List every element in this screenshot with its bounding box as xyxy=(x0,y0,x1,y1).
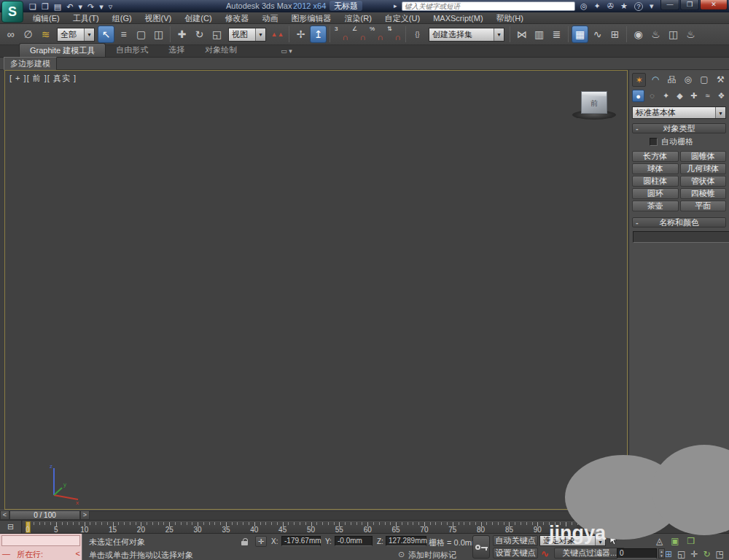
material-editor-icon[interactable]: ◉ xyxy=(630,26,647,43)
edit-named-selections-icon[interactable]: {} xyxy=(409,26,426,43)
display-tab-icon[interactable]: ▢ xyxy=(697,73,711,87)
lights-category-icon[interactable]: ✦ xyxy=(660,90,672,102)
front-viewport[interactable]: [ + ][ 前 ][ 真实 ] 前 z y x xyxy=(4,70,628,510)
named-selection-set-dropdown[interactable]: 创建选择集▾ xyxy=(429,28,504,42)
render-setup-icon[interactable]: ♨ xyxy=(647,26,664,43)
coord-z-field[interactable]: 127.289mm xyxy=(386,536,426,546)
auto-key-button[interactable]: 自动关键点 xyxy=(493,535,538,546)
select-and-rotate-icon[interactable]: ↻ xyxy=(191,26,208,43)
spinner-snap-icon[interactable]: ∩⇅ xyxy=(386,26,402,43)
helpers-category-icon[interactable]: ✚ xyxy=(687,90,700,102)
menu-item[interactable]: 渲染(R) xyxy=(338,13,378,24)
menu-item[interactable]: 图形编辑器 xyxy=(285,13,338,24)
key-filters-button[interactable]: 关键点过滤器... xyxy=(554,548,625,559)
time-slider-track[interactable] xyxy=(90,510,628,520)
listener-input[interactable] xyxy=(1,535,80,546)
undo-icon[interactable]: ↶ xyxy=(66,1,73,12)
autogrid-checkbox[interactable] xyxy=(650,138,658,146)
reference-coordinate-dropdown[interactable]: 视图▾ xyxy=(228,28,266,42)
set-keys-icon[interactable] xyxy=(472,535,490,559)
help-icon[interactable]: ? xyxy=(634,2,643,11)
primitive-button[interactable]: 球体 xyxy=(632,163,679,174)
modify-tab-icon[interactable]: ◠ xyxy=(648,73,662,87)
ribbon-tab[interactable]: 对象绘制 xyxy=(195,43,247,57)
object-type-rollout-header[interactable]: - 对象类型 xyxy=(632,123,726,133)
view-cube-front-face[interactable]: 前 xyxy=(581,91,607,114)
menu-item[interactable]: 创建(C) xyxy=(178,13,218,24)
undo-dropdown-icon[interactable]: ▾ xyxy=(78,1,82,12)
go-to-start-icon[interactable]: « xyxy=(598,549,602,559)
select-and-move-icon[interactable]: ✚ xyxy=(174,26,190,43)
name-color-rollout-header[interactable]: - 名称和颜色 xyxy=(632,217,726,228)
track-bar-ruler[interactable]: 051015202530354045505560657075808590 xyxy=(23,521,577,534)
primitive-button[interactable]: 茶壶 xyxy=(632,201,679,211)
primitive-button[interactable]: 圆环 xyxy=(632,188,679,199)
menu-item[interactable]: 动画 xyxy=(256,13,285,24)
ribbon-tab[interactable]: Graphite 建模工具 xyxy=(19,43,106,57)
primitive-category-dropdown[interactable]: 标准基本体 ▾ xyxy=(632,106,726,119)
set-key-button[interactable]: 设置关键点 xyxy=(493,548,538,559)
use-pivot-point-center-icon[interactable]: ▲▲ xyxy=(269,26,286,43)
hierarchy-tab-icon[interactable]: 品 xyxy=(665,73,679,87)
primitive-button[interactable]: 管状体 xyxy=(680,176,727,187)
open-mini-curve-editor-icon[interactable]: ⊟ xyxy=(0,521,22,534)
rendered-frame-window-icon[interactable]: ◫ xyxy=(665,26,682,43)
select-and-manipulate-icon[interactable]: ✢ xyxy=(292,26,309,43)
object-name-field[interactable] xyxy=(633,231,729,243)
space-warps-category-icon[interactable]: ≈ xyxy=(701,90,714,102)
motion-tab-icon[interactable]: ◎ xyxy=(681,73,695,87)
add-time-tag-button[interactable]: 添加时间标记 xyxy=(408,550,456,560)
menu-item[interactable]: MAXScript(M) xyxy=(426,13,489,24)
ribbon-tab[interactable]: 选择 xyxy=(158,43,195,57)
toolbar-options-icon[interactable]: ▿ xyxy=(109,1,113,12)
bind-to-space-warp-icon[interactable]: ≋ xyxy=(37,26,54,43)
menu-item[interactable]: 组(G) xyxy=(106,13,139,24)
zoom-icon[interactable]: ◬ xyxy=(656,536,663,546)
menu-item[interactable]: 自定义(U) xyxy=(378,13,426,24)
primitive-button[interactable]: 几何球体 xyxy=(680,163,727,174)
menu-item[interactable]: 视图(V) xyxy=(139,13,179,24)
utilities-tab-icon[interactable]: ⚒ xyxy=(714,73,728,87)
spinner-down-icon[interactable]: ▾ xyxy=(659,553,664,558)
menu-item[interactable]: 工具(T) xyxy=(66,13,106,24)
geometry-category-icon[interactable]: ● xyxy=(632,90,644,102)
coord-x-field[interactable]: -179.67mm xyxy=(281,536,321,546)
zoom-extents-selected-icon[interactable]: ▣ xyxy=(671,536,679,546)
key-selection-set-dropdown[interactable]: 选定对象 ▾ xyxy=(539,535,606,546)
select-and-link-icon[interactable]: ∞ xyxy=(2,26,19,43)
current-frame-field[interactable]: 0 xyxy=(617,548,657,559)
previous-frame-button[interactable]: < xyxy=(0,510,9,520)
selection-lock-icon[interactable] xyxy=(241,538,249,546)
menu-item[interactable]: 修改器 xyxy=(219,13,256,24)
primitive-button[interactable]: 四棱锥 xyxy=(680,188,727,199)
redo-icon[interactable]: ↷ xyxy=(87,1,94,12)
ribbon-minimize-icon[interactable]: ▭ ▾ xyxy=(281,47,292,57)
mirror-icon[interactable]: ⋈ xyxy=(513,26,530,43)
schematic-view-icon[interactable]: ⊞ xyxy=(607,26,623,43)
close-button[interactable]: ✕ xyxy=(700,0,728,10)
keyboard-shortcut-override-icon[interactable]: ↥ xyxy=(310,26,327,43)
maximize-viewport-icon[interactable]: ◳ xyxy=(716,549,724,559)
primitive-button[interactable]: 长方体 xyxy=(632,151,679,162)
select-and-scale-icon[interactable]: ◱ xyxy=(208,26,225,43)
primitive-button[interactable]: 圆锥体 xyxy=(680,151,727,162)
create-tab-icon[interactable]: ✶ xyxy=(632,73,646,87)
next-frame-button[interactable]: > xyxy=(80,510,90,520)
orbit-icon[interactable]: ↻ xyxy=(703,549,710,559)
redo-dropdown-icon[interactable]: ▾ xyxy=(99,1,104,12)
communication-center-icon[interactable]: ✇ xyxy=(607,1,614,11)
new-file-icon[interactable]: ❏ xyxy=(29,1,36,12)
rectangular-selection-region-icon[interactable]: ▢ xyxy=(133,26,149,43)
search-expander-icon[interactable]: ▸ xyxy=(394,2,397,9)
render-production-icon[interactable]: ♨ xyxy=(682,26,699,43)
tab-polygon-modeling[interactable]: 多边形建模 xyxy=(4,57,57,71)
primitive-button[interactable]: 圆柱体 xyxy=(632,176,679,187)
key-mode-toggle-icon[interactable]: ⊞ xyxy=(665,549,672,559)
save-file-icon[interactable]: ▤ xyxy=(54,1,61,12)
curve-editor-icon[interactable]: ∿ xyxy=(589,26,606,43)
layer-manager-icon[interactable]: ≣ xyxy=(548,26,565,43)
graphite-ribbon-toggle-icon[interactable]: ▦ xyxy=(572,26,588,43)
search-icon[interactable]: ◎ xyxy=(580,1,588,11)
menu-item[interactable]: 帮助(H) xyxy=(490,13,530,24)
frame-spinner[interactable]: ▴ ▾ xyxy=(658,548,665,559)
